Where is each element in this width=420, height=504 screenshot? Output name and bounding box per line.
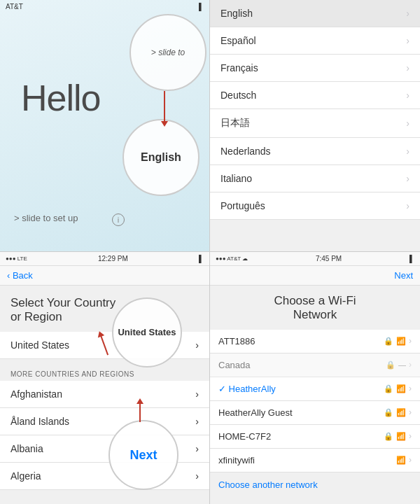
bubble-next[interactable]: Next <box>108 420 178 490</box>
wifi-network-name: HeatherAlly Guest <box>218 407 293 418</box>
wifi-network-name: HOME-C7F2 <box>218 431 271 442</box>
wifi-signal-icon: 📶 <box>396 408 406 417</box>
wifi-signal-icon: 📶 <box>396 432 406 441</box>
lang-item-deutsch[interactable]: Deutsch › <box>210 82 420 109</box>
wifi-page-title: Choose a Wi-FiNetwork <box>210 286 420 330</box>
slide-bubble-top: > slide to <box>130 14 206 91</box>
wifi-signal-icon: 📶 <box>396 337 406 346</box>
lang-label: Deutsch <box>220 90 256 101</box>
wifi-signal-icon: 📶 <box>396 456 406 465</box>
country-name: Algeria <box>10 470 41 482</box>
lang-item-japanese[interactable]: 日本語 › <box>210 109 420 138</box>
hello-text: Hello <box>21 77 101 119</box>
hello-status-bar: AT&T ▌ <box>0 0 209 13</box>
chevron-icon: › <box>406 200 410 211</box>
wifi-nav-bar: Next <box>210 266 420 286</box>
carrier-label: AT&T <box>6 3 23 10</box>
chevron-icon: › <box>195 340 199 351</box>
country-row-afghanistan[interactable]: Afghanistan › <box>0 381 209 408</box>
panel-hello: AT&T ▌ > slide to Hello English > slide … <box>0 0 210 252</box>
battery-label: ▌ <box>199 255 204 262</box>
lang-label: Português <box>220 200 265 211</box>
info-button[interactable]: i <box>112 214 125 226</box>
chevron-icon: › <box>409 360 412 370</box>
country-nav-bar: ‹ Back <box>0 266 209 286</box>
arrow-next <box>139 402 141 422</box>
lang-item-espanol[interactable]: Español › <box>210 27 420 55</box>
wifi-signal-icon: — <box>398 360 406 369</box>
country-name: United States <box>10 340 69 351</box>
lang-label: 日本語 <box>220 117 250 130</box>
wifi-network-name: ✓ HeatherAlly <box>218 384 276 394</box>
chevron-icon: › <box>409 384 412 393</box>
chevron-icon: › <box>406 90 410 101</box>
lang-label: Español <box>220 35 256 46</box>
chevron-icon: › <box>409 455 412 465</box>
lang-label: Italiano <box>220 173 252 184</box>
choose-another-network[interactable]: Choose another network <box>210 472 420 497</box>
country-row-algeria[interactable]: Algeria › <box>0 463 209 490</box>
wifi-row-icons: 🔒 📶 › <box>384 431 412 441</box>
lang-item-nederlands[interactable]: Nederlands › <box>210 138 420 165</box>
lock-icon: 🔒 <box>384 408 393 417</box>
wifi-row-icons: 🔒 📶 › <box>384 407 412 417</box>
wifi-network-name: xfinitywifi <box>218 455 255 465</box>
lock-icon: 🔒 <box>384 384 393 393</box>
time-label: 7:45 PM <box>316 255 342 262</box>
next-button[interactable]: Next <box>394 270 413 281</box>
wifi-network-name: Canada <box>218 360 251 370</box>
wifi-row-canada[interactable]: Canada 🔒 — › <box>210 354 420 377</box>
wifi-row-xfinity[interactable]: xfinitywifi 📶 › <box>210 449 420 472</box>
screen-grid: AT&T ▌ > slide to Hello English > slide … <box>0 0 420 504</box>
wifi-row-homec7f2[interactable]: HOME-C7F2 🔒 📶 › <box>210 425 420 449</box>
bubble-united-states: United States <box>112 298 182 368</box>
chevron-icon: › <box>409 336 412 346</box>
signal-label: ●●● AT&T ☁ <box>216 255 248 262</box>
wifi-row-heatherally-guest[interactable]: HeatherAlly Guest 🔒 📶 › <box>210 401 420 425</box>
country-status-bar: ●●● LTE 12:29 PM ▌ <box>0 252 209 266</box>
lang-label: Français <box>220 62 258 74</box>
wifi-network-name: ATT1886 <box>218 336 255 346</box>
wifi-row-icons: 📶 › <box>396 455 412 465</box>
lock-icon: 🔒 <box>384 337 393 346</box>
chevron-icon: › <box>406 173 410 184</box>
back-button[interactable]: ‹ Back <box>7 270 33 281</box>
wifi-row-icons: 🔒 — › <box>386 360 412 370</box>
lang-item-francais[interactable]: Français › <box>210 55 420 82</box>
time-label: 12:29 PM <box>98 255 128 262</box>
chevron-icon: › <box>406 8 410 19</box>
chevron-icon: › <box>409 407 412 417</box>
panel-language: English › Español › Français › Deutsch ›… <box>210 0 420 252</box>
lang-item-english[interactable]: English › <box>210 0 420 27</box>
lang-item-italiano[interactable]: Italiano › <box>210 165 420 192</box>
country-row-aland[interactable]: Åland Islands › <box>0 408 209 435</box>
wifi-row-att1886[interactable]: ATT1886 🔒 📶 › <box>210 330 420 354</box>
chevron-icon: › <box>406 118 410 129</box>
chevron-icon: › <box>195 470 199 482</box>
chevron-icon: › <box>406 35 410 46</box>
wifi-signal-icon: 📶 <box>396 384 406 393</box>
country-name: Albania <box>10 443 43 454</box>
slide-setup-text[interactable]: > slide to set up <box>14 213 78 223</box>
english-bubble: English <box>122 119 200 196</box>
lang-item-portugues[interactable]: Português › <box>210 192 420 220</box>
battery-label: ▌ <box>199 3 204 10</box>
signal-dots: ●●● LTE <box>6 255 27 262</box>
lock-icon: 🔒 <box>386 360 396 370</box>
battery-label: ▌ <box>410 255 414 262</box>
arrow-head-1 <box>161 121 168 127</box>
wifi-status-bar: ●●● AT&T ☁ 7:45 PM ▌ <box>210 252 420 266</box>
chevron-icon: › <box>406 62 410 74</box>
lock-icon: 🔒 <box>384 432 393 441</box>
wifi-row-icons: 🔒 📶 › <box>384 384 412 393</box>
wifi-row-icons: 🔒 📶 › <box>384 336 412 346</box>
lang-label: English <box>220 8 253 19</box>
arrow-down-1 <box>164 91 165 122</box>
country-name: Afghanistan <box>10 388 62 400</box>
wifi-row-heatherally[interactable]: ✓ HeatherAlly 🔒 📶 › <box>210 377 420 401</box>
chevron-icon: › <box>195 416 199 427</box>
panel-wifi: ●●● AT&T ☁ 7:45 PM ▌ Next Choose a Wi-Fi… <box>210 252 420 504</box>
lang-label: Nederlands <box>220 146 271 157</box>
section-header: MORE COUNTRIES AND REGIONS <box>0 365 209 381</box>
chevron-icon: › <box>195 443 199 454</box>
